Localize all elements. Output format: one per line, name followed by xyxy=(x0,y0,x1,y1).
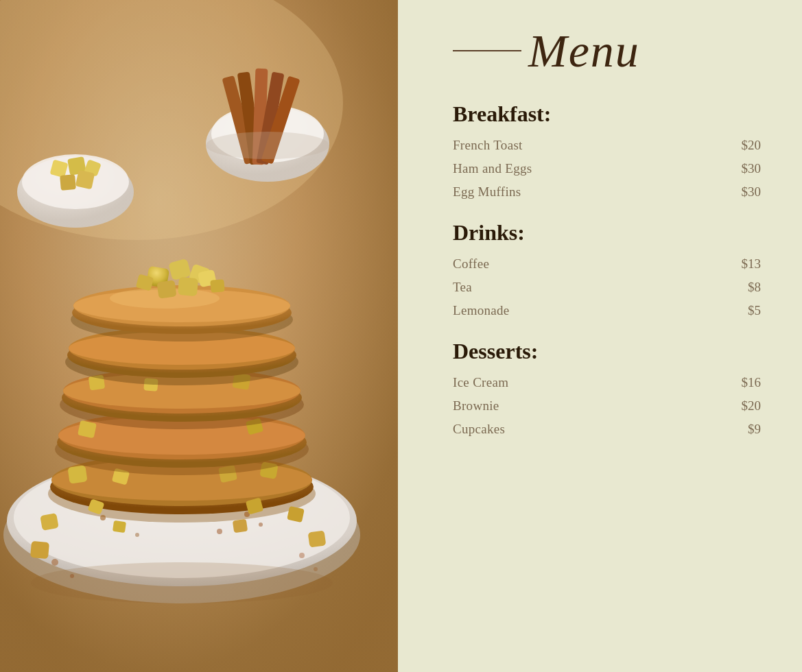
svg-point-62 xyxy=(259,523,263,527)
menu-item: Lemonade$5 xyxy=(453,303,761,318)
svg-point-59 xyxy=(100,515,106,520)
svg-rect-75 xyxy=(30,541,49,559)
item-name: Ham and Eggs xyxy=(453,161,532,176)
menu-item: Ice Cream$16 xyxy=(453,375,761,390)
svg-rect-73 xyxy=(40,513,58,531)
section-breakfast: Breakfast:French Toast$20Ham and Eggs$30… xyxy=(453,101,761,200)
item-price: $30 xyxy=(742,184,762,200)
item-name: Cupcakes xyxy=(453,422,505,437)
item-name: Coffee xyxy=(453,256,489,272)
menu-item: Coffee$13 xyxy=(453,256,761,272)
svg-rect-17 xyxy=(75,170,95,189)
svg-rect-68 xyxy=(233,519,248,533)
section-title-breakfast: Breakfast: xyxy=(453,101,761,127)
svg-rect-16 xyxy=(60,174,76,191)
page-container: Menu Breakfast:French Toast$20Ham and Eg… xyxy=(0,0,802,672)
menu-panel: Menu Breakfast:French Toast$20Ham and Eg… xyxy=(398,0,802,672)
svg-rect-55 xyxy=(178,277,198,296)
menu-header: Menu xyxy=(453,27,761,74)
item-price: $20 xyxy=(742,398,762,413)
svg-rect-76 xyxy=(308,530,327,547)
food-image-panel xyxy=(0,0,398,672)
svg-point-63 xyxy=(135,533,139,537)
section-drinks: Drinks:Coffee$13Tea$8Lemonade$5 xyxy=(453,220,761,318)
item-price: $5 xyxy=(748,303,761,318)
item-name: Tea xyxy=(453,280,472,295)
menu-title: Menu xyxy=(528,27,640,74)
svg-point-64 xyxy=(217,529,222,534)
menu-item: Egg Muffins$30 xyxy=(453,184,761,200)
item-price: $16 xyxy=(742,375,762,390)
item-price: $20 xyxy=(742,138,762,153)
section-title-desserts: Desserts: xyxy=(453,339,761,364)
item-name: French Toast xyxy=(453,138,523,153)
menu-item: Tea$8 xyxy=(453,280,761,295)
svg-point-72 xyxy=(314,567,318,571)
svg-point-71 xyxy=(299,553,305,558)
item-name: Lemonade xyxy=(453,303,510,318)
svg-point-77 xyxy=(31,562,333,603)
item-name: Brownie xyxy=(453,398,499,413)
menu-item: Ham and Eggs$30 xyxy=(453,161,761,176)
menu-item: French Toast$20 xyxy=(453,138,761,153)
menu-sections: Breakfast:French Toast$20Ham and Eggs$30… xyxy=(453,101,761,457)
svg-point-69 xyxy=(51,559,58,566)
menu-item: Brownie$20 xyxy=(453,398,761,413)
item-name: Ice Cream xyxy=(453,375,508,390)
menu-line-decoration xyxy=(453,50,521,51)
section-title-drinks: Drinks: xyxy=(453,220,761,245)
svg-rect-54 xyxy=(156,280,176,298)
item-name: Egg Muffins xyxy=(453,184,521,200)
item-price: $30 xyxy=(742,161,762,176)
section-desserts: Desserts:Ice Cream$16Brownie$20Cupcakes$… xyxy=(453,339,761,437)
menu-item: Cupcakes$9 xyxy=(453,422,761,437)
svg-rect-25 xyxy=(67,465,87,483)
item-price: $9 xyxy=(748,422,761,437)
svg-rect-67 xyxy=(113,520,126,533)
food-illustration xyxy=(0,0,398,672)
item-price: $8 xyxy=(748,280,761,295)
svg-point-10 xyxy=(206,132,329,159)
svg-rect-58 xyxy=(210,279,224,293)
item-price: $13 xyxy=(742,256,762,272)
